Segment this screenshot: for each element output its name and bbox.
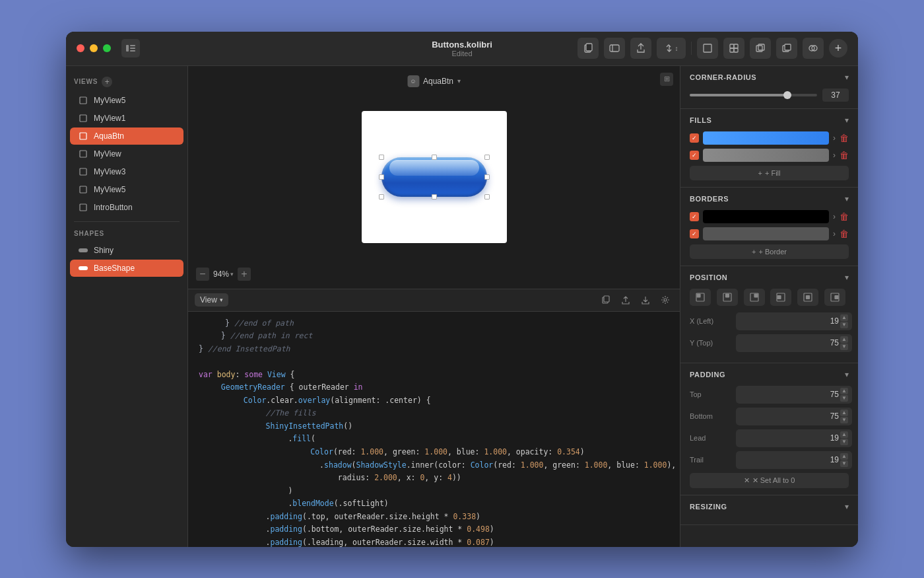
border-swatch-2[interactable] <box>703 227 829 240</box>
zoom-in-button[interactable]: + <box>238 268 251 281</box>
padding-trail-decrement[interactable]: ▼ <box>840 460 848 467</box>
x-decrement-button[interactable]: ▼ <box>840 322 848 328</box>
padding-chevron[interactable]: ▾ <box>845 370 849 379</box>
pos-right-center-button[interactable] <box>824 289 845 306</box>
shape-union-button[interactable] <box>750 38 771 59</box>
sidebar-item-shiny[interactable]: Shiny <box>70 242 183 259</box>
svg-rect-1 <box>130 45 135 46</box>
handle-middle-left[interactable] <box>379 174 384 180</box>
padding-top-decrement[interactable]: ▼ <box>840 395 848 402</box>
padding-top-increment[interactable]: ▲ <box>840 388 848 394</box>
add-new-button[interactable]: + <box>829 39 847 57</box>
zoom-out-button[interactable]: − <box>196 268 209 281</box>
padding-lead-increment[interactable]: ▲ <box>840 431 848 438</box>
sidebar-item-aquabtn[interactable]: AquaBtn <box>70 127 183 145</box>
pos-left-center-button[interactable] <box>770 289 791 306</box>
canvas-settings-button[interactable]: ⊞ <box>660 73 673 86</box>
preview-toolbar-button[interactable] <box>604 38 625 59</box>
border-checkbox-2[interactable]: ✓ <box>690 229 699 238</box>
handle-bottom-center[interactable] <box>432 194 437 199</box>
code-export-button[interactable] <box>638 292 653 308</box>
border-delete-2[interactable]: 🗑 <box>840 229 849 239</box>
y-input[interactable] <box>740 338 839 347</box>
x-input[interactable] <box>740 316 839 326</box>
sidebar-item-myview1[interactable]: MyView1 <box>70 110 183 127</box>
handle-bottom-left[interactable] <box>379 194 384 199</box>
border-swatch-1[interactable] <box>703 210 829 223</box>
position-title: POSITION <box>690 273 727 281</box>
border-checkbox-1[interactable]: ✓ <box>690 212 699 221</box>
fill-arrow-2[interactable]: › <box>833 151 836 160</box>
padding-lead-decrement[interactable]: ▼ <box>840 439 848 445</box>
fill-swatch-1[interactable] <box>703 131 829 145</box>
border-arrow-2[interactable]: › <box>833 229 836 238</box>
fill-checkbox-2[interactable]: ✓ <box>690 151 699 160</box>
x-increment-button[interactable]: ▲ <box>840 314 848 321</box>
handle-bottom-right[interactable] <box>484 194 490 199</box>
sidebar-item-myview5-2[interactable]: MyView5 <box>70 181 183 198</box>
sort-toolbar-button[interactable]: ↕ <box>657 38 686 59</box>
handle-top-left[interactable] <box>379 155 384 160</box>
padding-top-input[interactable] <box>740 390 839 399</box>
position-chevron[interactable]: ▾ <box>845 273 849 282</box>
add-fill-button[interactable]: + + Fill <box>690 166 849 180</box>
corner-radius-slider-track[interactable] <box>690 94 817 96</box>
pos-top-left-button[interactable] <box>690 289 711 306</box>
padding-trail-input[interactable] <box>740 455 839 464</box>
pos-top-center-button[interactable] <box>717 289 738 306</box>
padding-trail-increment[interactable]: ▲ <box>840 453 848 460</box>
sidebar-toggle-button[interactable] <box>121 39 140 57</box>
plus-icon: + <box>752 248 756 256</box>
border-arrow-1[interactable]: › <box>833 212 836 221</box>
sidebar-item-baseshape[interactable]: BaseShape <box>70 260 183 277</box>
code-copy-button[interactable] <box>598 292 614 308</box>
sidebar-item-myview3[interactable]: MyView3 <box>70 163 183 180</box>
pos-top-right-button[interactable] <box>744 289 765 306</box>
shape-group-button[interactable] <box>723 38 744 59</box>
right-panel: CORNER-RADIUS ▾ FILLS ▾ ✓ <box>680 66 858 547</box>
canvas-preview-area[interactable]: ☺ AquaBtn ▾ <box>188 66 680 289</box>
share-toolbar-button[interactable] <box>630 38 651 59</box>
padding-bottom-input[interactable] <box>740 412 839 421</box>
close-button[interactable] <box>77 44 84 52</box>
add-border-button[interactable]: + + Border <box>690 244 849 259</box>
code-view-selector[interactable]: View ▾ <box>195 293 228 307</box>
shape-intersect-button[interactable] <box>803 38 824 59</box>
fill-delete-2[interactable]: 🗑 <box>840 150 849 161</box>
pos-center-button[interactable] <box>797 289 818 306</box>
corner-radius-input[interactable] <box>822 89 849 102</box>
copy-toolbar-button[interactable] <box>578 38 599 59</box>
handle-top-right[interactable] <box>484 155 490 160</box>
handle-top-center[interactable] <box>432 155 437 160</box>
fullscreen-button[interactable] <box>103 44 111 52</box>
y-increment-button[interactable]: ▲ <box>840 336 848 343</box>
zoom-value[interactable]: 94% ▾ <box>213 270 234 279</box>
padding-bottom-decrement[interactable]: ▼ <box>840 417 848 423</box>
padding-lead-input[interactable] <box>740 433 839 443</box>
y-decrement-button[interactable]: ▼ <box>840 343 848 350</box>
fill-swatch-2[interactable] <box>703 149 829 162</box>
corner-radius-chevron[interactable]: ▾ <box>845 73 849 82</box>
minimize-button[interactable] <box>90 44 98 52</box>
code-share-button[interactable] <box>618 292 634 308</box>
add-view-button[interactable]: + <box>102 77 112 87</box>
fill-arrow-1[interactable]: › <box>833 133 836 143</box>
borders-chevron[interactable]: ▾ <box>845 194 849 203</box>
shape-rect-button[interactable] <box>697 38 718 59</box>
handle-middle-right[interactable] <box>484 174 490 180</box>
sidebar-item-myview5-1[interactable]: MyView5 <box>70 92 183 109</box>
shape-subtract-button[interactable] <box>776 38 797 59</box>
sidebar-item-introbutton[interactable]: IntroButton <box>70 199 183 216</box>
code-settings-button[interactable] <box>657 292 673 308</box>
fills-chevron[interactable]: ▾ <box>845 116 849 125</box>
main-window: Buttons.kolibri Edited <box>66 32 858 547</box>
sidebar-item-myview[interactable]: MyView <box>70 145 183 163</box>
resizing-chevron[interactable]: ▾ <box>845 502 849 511</box>
border-delete-1[interactable]: 🗑 <box>840 211 849 222</box>
set-all-to-zero-button[interactable]: ✕ ✕ Set All to 0 <box>690 473 849 488</box>
padding-bottom-increment[interactable]: ▲ <box>840 410 848 416</box>
padding-top-label: Top <box>690 390 736 398</box>
svg-rect-19 <box>80 97 86 104</box>
fill-delete-1[interactable]: 🗑 <box>840 133 849 143</box>
fill-checkbox-1[interactable]: ✓ <box>690 133 699 143</box>
